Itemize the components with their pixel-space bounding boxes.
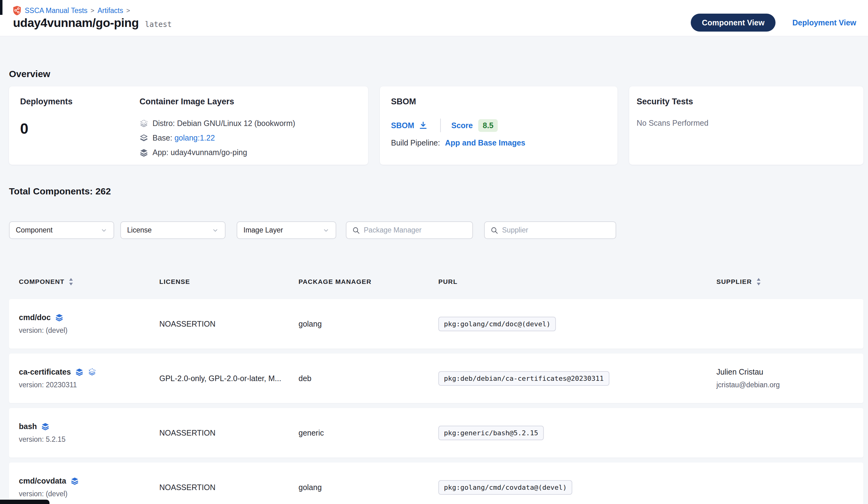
table-row[interactable]: cmd/covdata version: (devel) NOASSERTION… (9, 463, 864, 504)
sbom-card-title: SBOM (391, 97, 416, 107)
sort-icon[interactable] (69, 278, 73, 285)
supplier-email: jcristau@debian.org (716, 381, 780, 389)
supplier-cell: Julien Cristau jcristau@debian.org (716, 354, 864, 403)
breadcrumb-separator: > (126, 7, 130, 14)
app-layer-icon (55, 313, 63, 322)
distro-value: Debian GNU/Linux 12 (bookworm) (177, 119, 295, 128)
overview-cards: Deployments 0 Container Image Layers Dis… (9, 87, 864, 165)
image-layer-filter-label: Image Layer (244, 226, 323, 234)
table-row[interactable]: bash version: 5.2.15 NOASSERTION generic… (9, 408, 864, 457)
component-version: version: (devel) (19, 490, 68, 498)
base-layer-row: Base: golang:1.22 (140, 133, 295, 142)
purl-pill[interactable]: pkg:generic/bash@5.2.15 (438, 426, 544, 440)
image-layers-block: Container Image Layers Distro: Debian GN… (140, 97, 295, 157)
purl-cell: pkg:golang/cmd/doc@(devel) (438, 299, 716, 349)
deployments-label: Deployments (20, 97, 73, 107)
deployments-block: Deployments 0 (20, 97, 73, 137)
sort-icon[interactable] (756, 278, 761, 285)
component-cell: ca-certificates version: 20230311 (19, 354, 159, 403)
app-layer-row: App: uday4vunnam/go-ping (140, 148, 295, 157)
package-manager-search (346, 221, 473, 239)
purl-pill[interactable]: pkg:golang/cmd/covdata@(devel) (438, 480, 572, 495)
component-filter-select[interactable]: Component (9, 221, 114, 239)
overview-heading: Overview (9, 68, 864, 80)
breadcrumb: SSCA Manual Tests > Artifacts > (12, 6, 130, 16)
layers-half-icon (140, 134, 148, 142)
sbom-download-link[interactable]: SBOM (391, 121, 428, 130)
component-version: version: 5.2.15 (19, 435, 65, 444)
breadcrumb-artifacts-link[interactable]: Artifacts (97, 7, 123, 15)
package-manager-search-input[interactable] (364, 226, 467, 234)
license-cell: NOASSERTION (159, 299, 299, 349)
app-layer-icon (71, 477, 79, 485)
purl-cell: pkg:generic/bash@5.2.15 (438, 408, 716, 457)
table-row[interactable]: cmd/doc version: (devel) NOASSERTION gol… (9, 299, 864, 349)
license-cell: NOASSERTION (159, 408, 299, 457)
distro-layer-row: Distro: Debian GNU/Linux 12 (bookworm) (140, 119, 295, 128)
side-nav-edge[interactable] (0, 0, 2, 15)
header-license: LICENSE (159, 278, 299, 285)
header-package-manager: PACKAGE MANAGER (299, 278, 438, 285)
header-license-label: LICENSE (159, 278, 190, 285)
component-filter-label: Component (16, 226, 101, 234)
supplier-name: Julien Cristau (716, 367, 763, 376)
sbom-download-label: SBOM (391, 121, 414, 130)
chevron-down-icon (101, 227, 107, 234)
supplier-cell (716, 463, 864, 504)
license-cell: GPL-2.0-only, GPL-2.0-or-later, M... (159, 354, 299, 403)
component-cell: cmd/doc version: (devel) (19, 299, 159, 349)
package-manager-cell: deb (299, 354, 438, 403)
purl-pill[interactable]: pkg:golang/cmd/doc@(devel) (438, 317, 556, 331)
title-row: uday4vunnam/go-ping latest (13, 16, 172, 30)
build-pipeline-row: Build Pipeline: App and Base Images (391, 138, 525, 147)
build-pipeline-label: Build Pipeline: (391, 138, 440, 147)
image-layers-title: Container Image Layers (140, 97, 295, 107)
app-layer-icon (41, 422, 50, 431)
build-pipeline-link[interactable]: App and Base Images (445, 138, 525, 147)
image-layer-filter-select[interactable]: Image Layer (237, 221, 336, 239)
license-filter-label: License (127, 226, 212, 234)
app-value: uday4vunnam/go-ping (170, 148, 247, 157)
filters-row: Component License Image Layer (9, 221, 864, 239)
header-supplier: SUPPLIER (716, 278, 864, 285)
header-purl-label: PURL (438, 278, 457, 285)
package-manager-cell: golang (299, 299, 438, 349)
breadcrumb-separator: > (91, 7, 94, 14)
chevron-down-icon (323, 227, 329, 234)
distro-label: Distro: (153, 119, 175, 128)
artifact-detail-page: { "breadcrumb": { "sep": ">", "items": [… (0, 0, 868, 504)
license-cell: NOASSERTION (159, 463, 299, 504)
sbom-score-badge: 8.5 (478, 119, 498, 132)
top-bar: SSCA Manual Tests > Artifacts > uday4vun… (0, 0, 868, 36)
app-label: App: (153, 148, 168, 157)
total-components-heading: Total Components: 262 (9, 186, 864, 197)
component-version: version: 20230311 (19, 381, 77, 389)
sbom-score-label: Score (451, 121, 473, 130)
deployments-count: 0 (20, 120, 73, 137)
base-label: Base: (153, 133, 172, 142)
deployment-view-link[interactable]: Deployment View (792, 18, 856, 27)
package-manager-cell: golang (299, 463, 438, 504)
header-supplier-label: SUPPLIER (716, 278, 752, 285)
purl-pill[interactable]: pkg:deb/debian/ca-certificates@20230311 (438, 371, 609, 386)
view-toggle: Component View Deployment View (691, 14, 856, 32)
component-cell: bash version: 5.2.15 (19, 408, 159, 457)
breadcrumb-project-link[interactable]: SSCA Manual Tests (25, 7, 87, 15)
layers-outline-icon (140, 119, 148, 128)
table-row[interactable]: ca-certificates version: 20230311 GPL-2.… (9, 354, 864, 403)
component-name: cmd/doc (19, 313, 51, 322)
app-layer-icon (75, 368, 83, 376)
base-image-link[interactable]: golang:1.22 (175, 133, 215, 142)
license-filter-select[interactable]: License (120, 221, 226, 239)
header-component-label: COMPONENT (19, 278, 64, 285)
component-name: bash (19, 422, 37, 431)
component-view-button[interactable]: Component View (691, 14, 775, 32)
table-header: COMPONENT LICENSE PACKAGE MANAGER PURL S… (9, 272, 864, 291)
help-widget[interactable] (0, 500, 50, 504)
sbom-row: SBOM Score 8.5 (391, 119, 498, 132)
purl-cell: pkg:deb/debian/ca-certificates@20230311 (438, 354, 716, 403)
supplier-search-input[interactable] (502, 226, 611, 234)
header-package-manager-label: PACKAGE MANAGER (299, 278, 372, 285)
divider (440, 119, 441, 132)
supplier-search (484, 221, 616, 239)
